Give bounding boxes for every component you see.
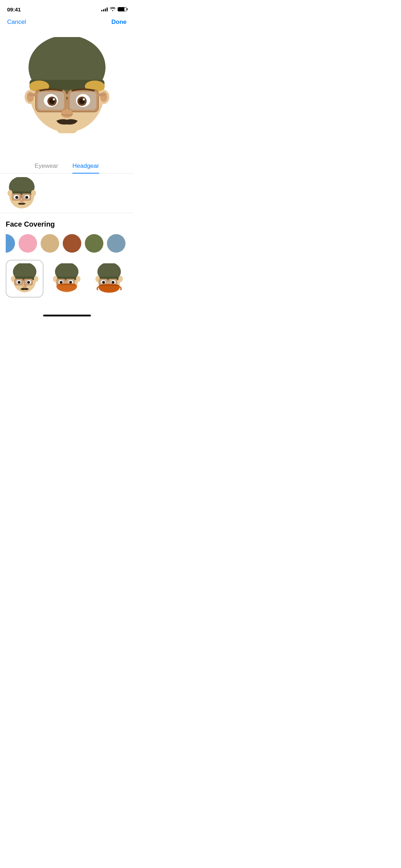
svg-point-55 — [23, 285, 27, 288]
status-time: 09:41 — [7, 6, 21, 12]
svg-point-37 — [15, 196, 18, 199]
color-swatch-pink[interactable] — [19, 234, 37, 253]
svg-point-45 — [34, 276, 38, 282]
status-bar: 09:41 — [0, 0, 134, 16]
nav-bar: Cancel Done — [0, 16, 134, 30]
svg-point-69 — [70, 281, 72, 284]
home-indicator — [0, 312, 134, 319]
status-icons — [101, 7, 127, 12]
face-covering-grid — [6, 260, 128, 305]
svg-point-20 — [53, 98, 55, 100]
wifi-icon — [110, 7, 115, 12]
svg-point-30 — [31, 190, 36, 196]
svg-point-24 — [83, 98, 85, 100]
svg-point-25 — [61, 109, 73, 118]
svg-rect-14 — [66, 94, 68, 97]
svg-point-54 — [27, 281, 30, 284]
battery-icon — [118, 7, 127, 11]
svg-point-60 — [76, 276, 81, 282]
color-swatch-blue-partial[interactable] — [6, 234, 15, 253]
color-swatch-brown[interactable] — [63, 234, 81, 253]
cancel-button[interactable]: Cancel — [7, 19, 26, 26]
svg-point-83 — [112, 281, 114, 284]
svg-rect-35 — [21, 195, 22, 197]
avatar-preview — [0, 30, 134, 158]
svg-point-40 — [20, 200, 24, 203]
color-swatches — [6, 234, 128, 253]
item-no-covering[interactable] — [6, 260, 43, 298]
item-mask-orange[interactable] — [48, 260, 86, 298]
signal-icon — [101, 7, 108, 11]
home-bar — [43, 315, 91, 316]
svg-rect-79 — [108, 280, 109, 282]
done-button[interactable]: Done — [112, 19, 127, 26]
face-covering-section: Face Covering — [0, 213, 134, 305]
svg-rect-15 — [29, 93, 36, 96]
svg-point-67 — [60, 281, 63, 284]
svg-rect-65 — [66, 280, 67, 282]
tab-eyewear[interactable]: Eyewear — [35, 162, 58, 173]
tab-headgear[interactable]: Headgear — [72, 162, 99, 173]
svg-point-81 — [102, 281, 105, 284]
svg-point-52 — [18, 281, 21, 284]
headgear-preview-row[interactable] — [0, 174, 134, 213]
svg-rect-50 — [23, 280, 25, 282]
svg-point-29 — [7, 190, 12, 196]
color-swatch-slate[interactable] — [107, 234, 125, 253]
color-swatch-tan[interactable] — [41, 234, 59, 253]
segment-control: Eyewear Headgear — [0, 158, 134, 174]
color-swatch-olive[interactable] — [85, 234, 103, 253]
memoji-avatar — [17, 37, 117, 137]
section-title: Face Covering — [6, 220, 128, 228]
svg-rect-16 — [98, 93, 106, 96]
svg-point-39 — [25, 196, 28, 199]
headgear-option-current[interactable] — [6, 177, 38, 209]
item-mask-orange-2[interactable] — [90, 260, 128, 298]
svg-point-74 — [118, 276, 123, 282]
